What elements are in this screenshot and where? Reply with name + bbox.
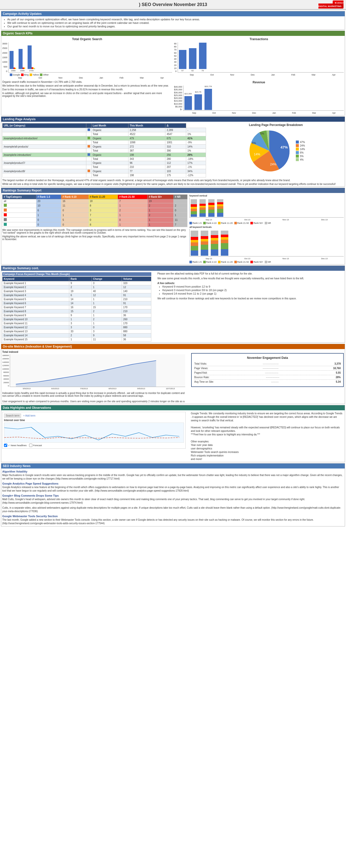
bullet-1: As part of our ongoing content optimizat… bbox=[7, 18, 344, 21]
callout-2: Keyword 3 moved from position 59 to 18 (… bbox=[162, 288, 344, 291]
callouts-title: A few callouts: bbox=[157, 282, 344, 285]
rankings-charts: keyword vertical bbox=[189, 194, 344, 263]
rankings-text1: We saw some nice improvements in ranking… bbox=[2, 228, 187, 234]
news-title-5: Google Webmaster Tools Security Section bbox=[2, 515, 344, 518]
transactions-chart-container: Transactions 9080706050403020100 57 62 bbox=[174, 37, 344, 79]
rankings-cont-text2: We saw some great results this month, a … bbox=[157, 277, 344, 280]
trends-chart-svg bbox=[4, 423, 184, 442]
landing-page-title: Landing Page Analysis bbox=[1, 117, 345, 122]
news-text-4: Cutts, in a separate video, also advised… bbox=[2, 506, 344, 513]
news-text-3: Matt Cutts, Google's head of webspam, ad… bbox=[2, 498, 344, 505]
keyword-table: Keyword Rank Change Volume Example Keywo… bbox=[2, 277, 151, 342]
landing-summary-1: The largest number of visitors landed on… bbox=[2, 179, 344, 182]
svg-text:14%: 14% bbox=[254, 153, 260, 156]
news-title-1: Algorithm Volatility bbox=[2, 470, 344, 473]
engagement-title: November Engagement Data bbox=[194, 356, 341, 360]
pie-chart-container: Landing Page Percentage Breakdown bbox=[208, 123, 344, 178]
seo-news-section: SEO Industry News Algorithm Volatility M… bbox=[1, 463, 345, 526]
data-highlights-text: Google Trends: We constantly monitoring … bbox=[191, 412, 344, 461]
news-text-5: The last month, Google added a new secti… bbox=[2, 518, 344, 525]
total-indexed-label: Total indexed bbox=[2, 350, 185, 353]
landing-page-table: URL (or Category) Last Month This Month … bbox=[2, 123, 206, 178]
news-title-2: Google Analytics Page Speed Suggestions bbox=[2, 482, 344, 485]
page-header: ) SEO Overview November 2013 KohlerDIGIT… bbox=[0, 0, 346, 10]
news-title-3: Google+ Blog Comments Drops Some Tips bbox=[2, 494, 344, 497]
revenue-chart-container: Revenue $40,000$35,000$30,000$25,000$20,… bbox=[174, 81, 344, 114]
onsite-metrics-title: On-site Metrics (Indexation & User Engag… bbox=[1, 344, 345, 349]
campaign-activity-section: Campaign Activity Updates As part of our… bbox=[1, 11, 345, 30]
svg-text:47%: 47% bbox=[281, 145, 288, 149]
svg-text:5%: 5% bbox=[260, 132, 264, 135]
callout-1: Keyword 9 moved from position 12 to 9 bbox=[162, 285, 344, 288]
news-item-2: Google Analytics Page Speed Suggestions … bbox=[2, 482, 344, 493]
organic-search-title: Organic Search KPIs bbox=[1, 31, 345, 36]
engagement-text: In addition, although not graphed, we sa… bbox=[2, 92, 172, 97]
news-text-1: Major fluctuations in Google search resu… bbox=[2, 473, 344, 480]
rankings-title: Rankings Summary Report bbox=[1, 188, 345, 193]
news-text-2: Google Analytics released a new feature … bbox=[2, 486, 344, 493]
callouts-list: Keyword 9 moved from position 12 to 9 Ke… bbox=[157, 285, 344, 295]
transactions-text: Due to this increase in traffic, we saw … bbox=[2, 88, 172, 91]
bullet-2: We will continue to work on optimizing c… bbox=[7, 21, 344, 24]
rankings-text2: Highlighting the above vertical, we saw … bbox=[2, 235, 187, 241]
rankings-cont-title: Rankings Summary cont. bbox=[1, 266, 345, 271]
forecast-checkbox-label[interactable]: Forecast bbox=[29, 444, 42, 447]
transactions-chart-title: Transactions bbox=[174, 37, 344, 41]
campaign-activity-title: Campaign Activity Updates bbox=[1, 11, 345, 16]
rankings-section: Rankings Summary Report # Tag/Category #… bbox=[1, 188, 345, 265]
revenue-chart-title: Revenue bbox=[174, 81, 344, 84]
landing-page-section: Landing Page Analysis URL (or Category) … bbox=[1, 117, 345, 187]
data-highlights-section: Data Highlights and Observations Search … bbox=[1, 405, 345, 462]
organic-chart-title: Total Organic Search bbox=[2, 37, 172, 41]
pie-chart-title: Landing Page Percentage Breakdown bbox=[208, 123, 344, 127]
page-title: ) SEO Overview November 2013 bbox=[71, 2, 275, 7]
data-highlights-title: Data Highlights and Observations bbox=[1, 405, 345, 410]
rankings-cont-text1: Please see the attached ranking data PDF… bbox=[157, 272, 344, 275]
headlines-checkbox-label[interactable]: ✓ News headlines bbox=[4, 444, 27, 447]
news-item-4: Cutts, in a separate video, also advised… bbox=[2, 506, 344, 513]
svg-text:6%: 6% bbox=[252, 142, 256, 145]
landing-summary-2: While we did see a drop in total visits … bbox=[2, 183, 344, 185]
pie-chart-svg: 47% 24% 14% 6% 5% bbox=[247, 128, 292, 174]
engagement-box: November Engagement Data Total Visits:--… bbox=[191, 353, 344, 387]
bullet-3: Our goal for next month is to move our f… bbox=[7, 25, 344, 28]
add-term-button[interactable]: + Add term bbox=[23, 414, 35, 417]
news-item-3: Google+ Blog Comments Drops Some Tips Ma… bbox=[2, 494, 344, 505]
news-item-5: Google Webmaster Tools Security Section … bbox=[2, 515, 344, 525]
search-term-input[interactable]: Search term bbox=[4, 413, 21, 418]
organic-search-section: Organic Search KPIs Total Organic Search… bbox=[1, 31, 345, 116]
svg-text:24%: 24% bbox=[270, 163, 277, 166]
organic-summary: Organic search traffic increased in Nove… bbox=[2, 81, 172, 83]
news-item-1: Algorithm Volatility Major fluctuations … bbox=[2, 470, 344, 480]
forecast-checkbox[interactable] bbox=[29, 444, 32, 447]
indexation-chart-svg bbox=[10, 354, 185, 387]
svg-marker-5 bbox=[16, 361, 156, 387]
seo-news-title: SEO Industry News bbox=[1, 464, 345, 468]
rankings-table: # Tag/Category # Rank 1-3 # Rank 4-10 # … bbox=[2, 194, 187, 227]
callout-3: Keyword 14 moved from 11 to 2 (on page 1… bbox=[162, 292, 344, 295]
headlines-checkbox[interactable] bbox=[4, 444, 7, 447]
seasonal-text: We believe this was due to the holiday s… bbox=[2, 84, 172, 87]
organic-chart-container: Total Organic Search 3000250020001500100… bbox=[2, 37, 172, 79]
onsite-metrics-section: On-site Metrics (Indexation & User Engag… bbox=[1, 344, 345, 404]
logo: KohlerDIGITAL MARKETING bbox=[318, 0, 344, 8]
campaign-bullets: As part of our ongoing content optimizat… bbox=[2, 18, 344, 28]
interest-over-time-label: Interest over time bbox=[4, 419, 184, 422]
rankings-cont-section: Rankings Summary cont. Campaign Focus Ke… bbox=[1, 266, 345, 343]
rankings-cont-text3: We will continue to monitor these rankin… bbox=[157, 297, 344, 300]
indexation-text: Indexation looks healthy and this rapid … bbox=[2, 392, 185, 403]
